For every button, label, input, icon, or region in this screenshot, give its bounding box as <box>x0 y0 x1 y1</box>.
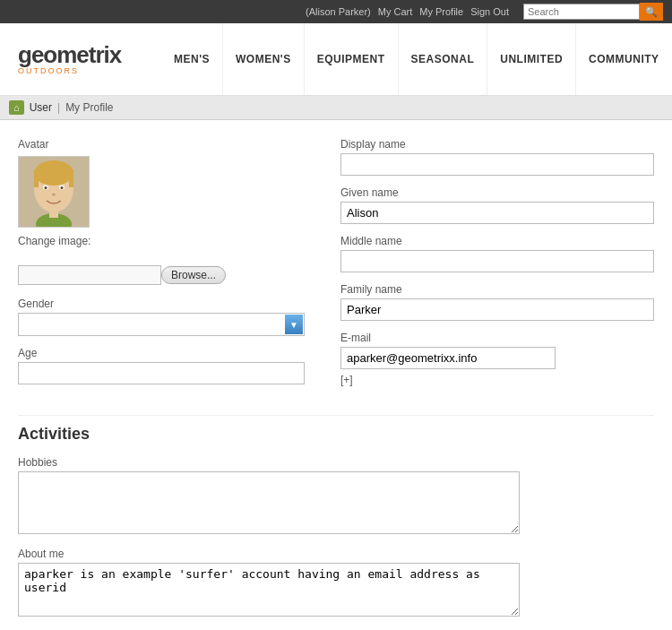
activities-header: Activities <box>18 415 654 444</box>
middle-name-input[interactable] <box>340 250 654 272</box>
age-input[interactable] <box>18 362 305 384</box>
hobbies-label: Hobbies <box>18 456 654 469</box>
gender-group: Gender Male Female ▼ <box>18 298 305 336</box>
avatar-image <box>18 156 90 228</box>
my-cart-link[interactable]: My Cart <box>378 6 413 17</box>
my-profile-link[interactable]: My Profile <box>419 6 463 17</box>
given-name-group: Given name <box>340 186 654 224</box>
svg-point-8 <box>61 186 64 189</box>
display-name-group: Display name <box>340 138 654 176</box>
main-content: Avatar <box>0 120 672 630</box>
search-wrap: 🔍 <box>523 3 663 21</box>
change-image-row: Change image: <box>18 235 305 253</box>
display-name-input[interactable] <box>340 153 654 176</box>
nav-womens[interactable]: WOMEN'S <box>223 23 305 95</box>
family-name-label: Family name <box>340 283 654 296</box>
given-name-label: Given name <box>340 186 654 199</box>
activities-section: Activities Hobbies About me aparker is a… <box>18 415 654 630</box>
nav-mens[interactable]: MEN'S <box>161 23 223 95</box>
gender-select[interactable]: Male Female <box>18 313 305 336</box>
left-column: Avatar <box>18 138 305 397</box>
svg-rect-4 <box>69 169 73 187</box>
home-icon[interactable]: ⌂ <box>9 100 24 115</box>
family-name-input[interactable] <box>340 298 654 321</box>
browse-button[interactable]: Browse... <box>161 266 226 284</box>
profile-two-col: Avatar <box>18 138 654 397</box>
nav-community[interactable]: COMMUNITY <box>576 23 672 95</box>
sign-out-link[interactable]: Sign Out <box>470 6 509 17</box>
breadcrumb-user[interactable]: User <box>30 101 52 114</box>
change-image-label: Change image: <box>18 235 90 247</box>
search-button[interactable]: 🔍 <box>640 3 663 21</box>
nav-equipment[interactable]: EQUIPMENT <box>305 23 399 95</box>
given-name-input[interactable] <box>340 202 654 224</box>
gender-select-wrap: Male Female ▼ <box>18 313 305 336</box>
age-label: Age <box>18 347 305 359</box>
hobbies-textarea[interactable] <box>18 471 520 534</box>
breadcrumb-sep: | <box>57 101 60 114</box>
breadcrumb: ⌂ User | My Profile <box>0 96 672 120</box>
logo: geometrix OUTDOORS <box>0 34 161 84</box>
svg-point-7 <box>45 186 47 189</box>
add-email-button[interactable]: [+] <box>340 374 353 386</box>
breadcrumb-profile: My Profile <box>65 101 113 114</box>
gender-label: Gender <box>18 298 305 310</box>
email-input[interactable] <box>340 347 556 369</box>
file-input[interactable] <box>18 265 161 285</box>
email-label: E-mail <box>340 332 654 344</box>
about-me-group: About me aparker is an example 'surfer' … <box>18 548 654 619</box>
search-input[interactable] <box>523 4 640 20</box>
svg-point-2 <box>34 160 73 186</box>
avatar-label: Avatar <box>18 138 305 151</box>
top-bar: (Alison Parker) My Cart My Profile Sign … <box>0 0 672 23</box>
about-me-textarea[interactable]: aparker is an example 'surfer' account h… <box>18 563 520 617</box>
svg-rect-11 <box>49 209 58 218</box>
middle-name-group: Middle name <box>340 235 654 272</box>
header: geometrix OUTDOORS MEN'S WOMEN'S EQUIPME… <box>0 23 672 96</box>
display-name-label: Display name <box>340 138 654 151</box>
email-group: E-mail [+] <box>340 332 654 386</box>
logged-in-user: (Alison Parker) <box>306 6 371 17</box>
age-group: Age <box>18 347 305 384</box>
about-me-label: About me <box>18 548 654 560</box>
middle-name-label: Middle name <box>340 235 654 247</box>
logo-name: geometrix <box>18 43 143 66</box>
main-nav: MEN'S WOMEN'S EQUIPMENT SEASONAL UNLIMIT… <box>161 23 672 95</box>
nav-unlimited[interactable]: UNLIMITED <box>487 23 576 95</box>
nav-seasonal[interactable]: SEASONAL <box>399 23 488 95</box>
right-column: Display name Given name Middle name Fami… <box>340 138 654 397</box>
svg-point-9 <box>52 194 56 196</box>
svg-rect-3 <box>34 169 39 187</box>
family-name-group: Family name <box>340 283 654 321</box>
avatar-svg <box>19 157 89 227</box>
hobbies-group: Hobbies <box>18 456 654 537</box>
